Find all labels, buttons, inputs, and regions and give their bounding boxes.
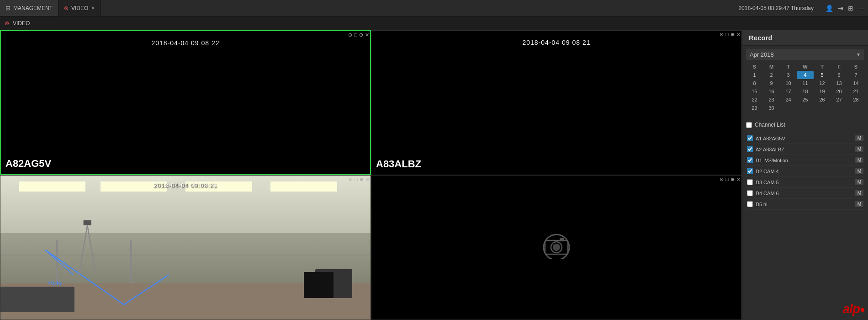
logout-icon[interactable]: ⇥: [838, 5, 843, 12]
channel-m-button-a1[interactable]: M: [855, 135, 863, 141]
calendar-day[interactable]: 13: [831, 79, 847, 87]
calendar-day[interactable]: 25: [797, 96, 814, 104]
video-tab-close[interactable]: ✕: [91, 5, 95, 11]
cam4-settings-icon[interactable]: ⊙: [720, 176, 724, 182]
video-grid: ⊙ □ ⊕ ✕ 2018-04-04 09 08 22 A82AG5V ⊙ □ …: [0, 30, 742, 320]
calendar-day[interactable]: 24: [780, 96, 797, 104]
calendar-day[interactable]: 16: [763, 87, 780, 96]
channel-m-button-a2[interactable]: M: [855, 146, 863, 152]
calendar-day[interactable]: 8: [746, 79, 763, 87]
calendar-day[interactable]: 21: [847, 87, 864, 96]
cam2-zoom-icon[interactable]: ⊕: [730, 32, 735, 37]
channel-name-d2: D2 CAM 4: [756, 169, 852, 174]
video-cell-cam3[interactable]: Rule ⊙ □ ⊕ ✕ 2018-04-04 09:08:21: [0, 175, 371, 320]
calendar-day: [780, 104, 797, 112]
calendar-day[interactable]: 5: [814, 71, 831, 79]
cam4-close-icon[interactable]: ✕: [736, 176, 741, 182]
calendar-day[interactable]: 7: [847, 71, 864, 79]
calendar-day[interactable]: 11: [797, 79, 814, 87]
calendar-day[interactable]: 28: [847, 96, 864, 104]
calendar-month: Apr 2018: [750, 51, 774, 58]
calendar-day[interactable]: 10: [780, 79, 797, 87]
calendar-day[interactable]: 27: [831, 96, 847, 104]
calendar-day[interactable]: 9: [763, 79, 780, 87]
channel-item-d1: D1 IVS/MotionM: [746, 155, 864, 166]
video-icon: ⊗: [5, 20, 9, 27]
video-cell-cam1[interactable]: ⊙ □ ⊕ ✕ 2018-04-04 09 08 22 A82AG5V: [0, 30, 371, 175]
cam1-timestamp: 2018-04-04 09 08 22: [152, 39, 220, 47]
calendar-day[interactable]: 6: [831, 71, 847, 79]
cam2-close-icon[interactable]: ✕: [736, 32, 741, 37]
cam3-zoom-icon[interactable]: ⊕: [360, 176, 364, 182]
calendar-day[interactable]: 23: [763, 96, 780, 104]
calendar-day[interactable]: 15: [746, 87, 763, 96]
video-tab-label: VIDEO: [71, 5, 88, 11]
calendar-header[interactable]: Apr 2018 ▼: [746, 49, 864, 60]
calendar-day[interactable]: 19: [814, 87, 831, 96]
channel-m-button-d2[interactable]: M: [855, 168, 863, 174]
calendar-day[interactable]: 18: [797, 87, 814, 96]
channel-checkbox-d4[interactable]: [747, 190, 753, 196]
calendar-day: [814, 104, 831, 112]
cam3-settings-icon[interactable]: ⊙: [349, 176, 353, 182]
minimize-button[interactable]: —: [858, 5, 868, 12]
cam3-search-icon[interactable]: □: [355, 176, 358, 182]
channel-section: Channel List A1 A82AG5VMA2 A83ALBZMD1 IV…: [742, 116, 868, 298]
cam2-settings-icon[interactable]: ⊙: [720, 32, 724, 37]
calendar-day[interactable]: 29: [746, 104, 763, 112]
channel-m-button-d5[interactable]: M: [855, 201, 863, 207]
calendar-day[interactable]: 22: [746, 96, 763, 104]
svg-text:Rule: Rule: [48, 279, 62, 286]
cam1-close-icon[interactable]: ✕: [365, 32, 369, 38]
cam2-toolbar: ⊙ □ ⊕ ✕: [720, 32, 741, 37]
cam2-search-icon[interactable]: □: [725, 32, 729, 37]
channel-checkbox-d2[interactable]: [747, 168, 753, 174]
svg-line-1: [124, 275, 169, 304]
svg-rect-6: [84, 220, 91, 225]
channel-checkbox-a1[interactable]: [747, 135, 753, 141]
channel-item-d4: D4 CAM 6M: [746, 188, 864, 199]
weekday-t2: T: [814, 63, 831, 71]
brand-logo: alp: [843, 302, 864, 316]
calendar-day[interactable]: 26: [814, 96, 831, 104]
cam4-zoom-icon[interactable]: ⊕: [730, 176, 735, 182]
calendar-day[interactable]: 3: [780, 71, 797, 79]
weekday-f: F: [831, 63, 847, 71]
channel-m-button-d1[interactable]: M: [855, 157, 863, 163]
calendar-day[interactable]: 12: [814, 79, 831, 87]
channel-m-button-d4[interactable]: M: [855, 190, 863, 196]
video-tab[interactable]: ⊗ VIDEO ✕: [58, 0, 101, 16]
cam1-name: A82AG5V: [5, 158, 51, 170]
calendar-day[interactable]: 14: [847, 79, 864, 87]
grid-icon: ⊞: [5, 5, 11, 11]
weekday-m: M: [763, 63, 780, 71]
cam1-search-icon[interactable]: □: [354, 32, 357, 38]
calendar-dropdown-icon[interactable]: ▼: [856, 52, 861, 57]
calendar-day[interactable]: 30: [763, 104, 780, 112]
video-cell-cam2[interactable]: ⊙ □ ⊕ ✕ 2018-04-04 09 08 21 A83ALBZ: [371, 30, 742, 175]
cam1-settings-icon[interactable]: ⊙: [348, 32, 352, 38]
management-tab[interactable]: ⊞ MANAGEMENT: [0, 0, 58, 16]
calendar-day[interactable]: 2: [763, 71, 780, 79]
channel-checkbox-d1[interactable]: [747, 157, 753, 163]
cam3-close-icon[interactable]: ✕: [365, 176, 370, 182]
cam1-zoom-icon[interactable]: ⊕: [359, 32, 363, 38]
weekday-t1: T: [780, 63, 797, 71]
channel-m-button-d3[interactable]: M: [855, 179, 863, 185]
calendar-day[interactable]: 1: [746, 71, 763, 79]
cam4-search-icon[interactable]: □: [725, 176, 729, 182]
apps-icon[interactable]: ⊞: [848, 5, 853, 12]
channel-name-a1: A1 A82AG5V: [756, 136, 852, 141]
channel-name-d4: D4 CAM 6: [756, 191, 852, 196]
calendar-day[interactable]: 20: [831, 87, 847, 96]
calendar-day[interactable]: 4: [797, 71, 814, 79]
channel-list-all-checkbox[interactable]: [746, 122, 752, 128]
channel-item-d5: D5 hiM: [746, 199, 864, 210]
datetime-display: 2018-04-05 08:29:47 Thursday: [731, 5, 821, 11]
video-cell-cam4[interactable]: ⊙ □ ⊕ ✕: [371, 175, 742, 320]
channel-checkbox-d5[interactable]: [747, 201, 753, 207]
channel-checkbox-d3[interactable]: [747, 179, 753, 185]
channel-checkbox-a2[interactable]: [747, 146, 753, 152]
calendar-day[interactable]: 17: [780, 87, 797, 96]
user-icon[interactable]: 👤: [826, 5, 833, 12]
